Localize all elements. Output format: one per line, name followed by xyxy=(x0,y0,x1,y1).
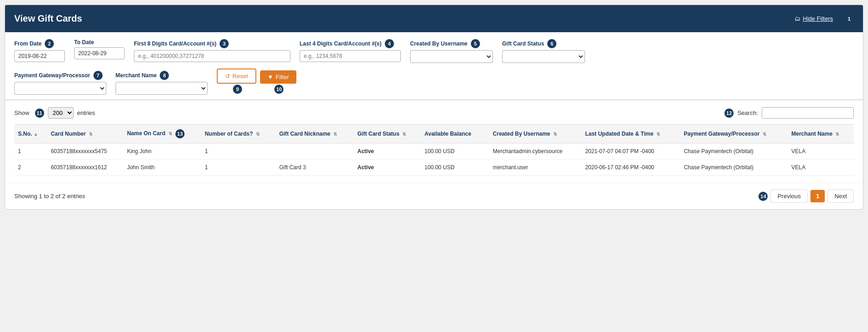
reset-label: Reset xyxy=(232,73,248,80)
merchant-name-select[interactable] xyxy=(116,82,208,95)
gift-cards-table: S.No.▲ 13 Card Number ⇅ Name On Card ⇅ 1… xyxy=(14,124,854,176)
search-box: 12 Search: xyxy=(723,107,854,119)
table-controls: Show 11 10 25 50 100 200 entries 12 Sear… xyxy=(14,107,854,119)
cell-payment-gateway: Chase Paymentech (Orbital) xyxy=(680,143,788,160)
badge-3: 3 xyxy=(220,39,229,48)
cell-last-updated: 2021-07-07 04:07 PM -0400 xyxy=(581,143,680,160)
cell-merchant-name: VELA xyxy=(787,160,854,176)
search-input[interactable] xyxy=(762,107,854,119)
pagination-area: Showing 1 to 2 of 2 entries 14 Previous … xyxy=(5,183,863,209)
pagination-controls: 14 Previous 1 Next xyxy=(757,189,854,203)
badge-5: 5 xyxy=(471,39,480,48)
gift-card-status-select[interactable] xyxy=(502,50,585,63)
cell-balance: 100.00 USD xyxy=(421,160,489,176)
cell-card-number: 60357188xxxxxxx5475 xyxy=(47,143,123,160)
filter-icon: 🗂 xyxy=(794,15,800,22)
badge-13-vis: 13 xyxy=(175,129,185,138)
next-button[interactable]: Next xyxy=(827,189,854,203)
col-status[interactable]: Gift Card Status ⇅ xyxy=(353,125,421,143)
cell-merchant-name: VELA xyxy=(787,143,854,160)
showing-text: Showing 1 to 2 of 2 entries xyxy=(14,193,85,200)
created-by-label: Created By Username xyxy=(410,40,468,47)
cell-payment-gateway: Chase Paymentech (Orbital) xyxy=(680,160,788,176)
cell-balance: 100.00 USD xyxy=(421,143,489,160)
cell-card-number: 60357188xxxxxxx1612 xyxy=(47,160,123,176)
filter-icon-btn: ▼ xyxy=(267,74,273,80)
badge-10: 10 xyxy=(274,85,284,94)
col-num-cards[interactable]: Number of Cards? ⇅ xyxy=(201,125,276,143)
show-label: Show xyxy=(14,109,29,116)
created-by-select[interactable] xyxy=(410,50,493,63)
cell-created-by: Merchantadmin.cybersource xyxy=(489,143,582,160)
cell-name-on-card: John Smith xyxy=(123,160,201,176)
payment-gateway-label: Payment Gateway/Processor xyxy=(14,72,90,79)
cell-sno: 1 xyxy=(14,143,47,160)
first8-label: First 8 Digits Card/Account #(s) xyxy=(134,40,216,47)
merchant-name-label: Merchant Name xyxy=(116,72,156,79)
badge-6: 6 xyxy=(547,39,556,48)
first8-input[interactable] xyxy=(134,50,290,62)
previous-button[interactable]: Previous xyxy=(770,189,808,203)
page-header: View Gift Cards 🗂 Hide Filters 1 xyxy=(5,5,863,32)
filter-area: From Date 2 To Date First 8 Digits Card/… xyxy=(5,32,863,100)
badge-1: 1 xyxy=(845,14,854,23)
col-payment-gateway[interactable]: Payment Gateway/Processor ⇅ xyxy=(680,125,788,143)
badge-7: 7 xyxy=(93,71,103,80)
col-merchant-name[interactable]: Merchant Name ⇅ xyxy=(787,125,854,143)
badge-2: 2 xyxy=(45,39,54,48)
created-by-group: Created By Username 5 xyxy=(410,39,493,63)
reset-button[interactable]: ↺ Reset xyxy=(217,69,256,84)
table-row: 2 60357188xxxxxxx1612 John Smith 1 Gift … xyxy=(14,160,854,176)
last4-label: Last 4 Digits Card/Account #(s) xyxy=(300,40,382,47)
badge-8: 8 xyxy=(160,71,169,80)
badge-12: 12 xyxy=(724,109,734,118)
to-date-group: To Date xyxy=(74,39,125,59)
cell-created-by: merchant.user xyxy=(489,160,582,176)
payment-gateway-select[interactable] xyxy=(14,82,106,95)
col-last-updated[interactable]: Last Updated Date & Time ⇅ xyxy=(581,125,680,143)
hide-filters-link[interactable]: Hide Filters xyxy=(803,15,833,22)
page-1-button[interactable]: 1 xyxy=(810,190,825,202)
entries-label: entries xyxy=(77,109,95,116)
search-label: Search: xyxy=(737,109,758,116)
col-created-by[interactable]: Created By Username ⇅ xyxy=(489,125,582,143)
col-nickname[interactable]: Gift Card Nickname ⇅ xyxy=(276,125,354,143)
badge-9: 9 xyxy=(233,85,242,94)
cell-num-cards: 1 xyxy=(201,160,276,176)
page-title: View Gift Cards xyxy=(14,13,82,24)
col-sno[interactable]: S.No.▲ 13 xyxy=(14,125,47,143)
gift-card-status-group: Gift Card Status 6 xyxy=(502,39,585,63)
filter-buttons: ↺ Reset 9 ▼ Filter 10 xyxy=(217,69,296,95)
table-row: 1 60357188xxxxxxx5475 King John 1 Active… xyxy=(14,143,854,160)
filter-label: Filter xyxy=(276,74,289,80)
cell-nickname xyxy=(276,143,354,160)
reset-icon: ↺ xyxy=(225,73,230,80)
col-name-on-card[interactable]: Name On Card ⇅ 13 xyxy=(123,125,201,143)
cell-status: Active xyxy=(353,160,421,176)
merchant-name-group: Merchant Name 8 xyxy=(116,71,208,95)
entries-select[interactable]: 10 25 50 100 200 xyxy=(48,107,74,119)
to-date-label: To Date xyxy=(74,39,125,46)
from-date-group: From Date 2 xyxy=(14,39,65,62)
from-date-label: From Date xyxy=(14,40,41,47)
badge-11: 11 xyxy=(35,109,44,118)
cell-num-cards: 1 xyxy=(201,143,276,160)
last4-input[interactable] xyxy=(300,50,401,62)
from-date-input[interactable] xyxy=(14,50,65,62)
cell-name-on-card: King John xyxy=(123,143,201,160)
payment-gateway-group: Payment Gateway/Processor 7 xyxy=(14,71,106,95)
first8-group: First 8 Digits Card/Account #(s) 3 xyxy=(134,39,290,62)
badge-4: 4 xyxy=(385,39,394,48)
to-date-input[interactable] xyxy=(74,47,125,59)
badge-14: 14 xyxy=(758,192,768,201)
cell-nickname: Gift Card 3 xyxy=(276,160,354,176)
col-balance[interactable]: Available Balance xyxy=(421,125,489,143)
cell-sno: 2 xyxy=(14,160,47,176)
table-area: Show 11 10 25 50 100 200 entries 12 Sear… xyxy=(5,100,863,183)
cell-status: Active xyxy=(353,143,421,160)
show-entries: Show 11 10 25 50 100 200 entries xyxy=(14,107,95,119)
filter-button[interactable]: ▼ Filter xyxy=(260,70,296,84)
cell-last-updated: 2020-06-17 02:46 PM -0400 xyxy=(581,160,680,176)
gift-card-status-label: Gift Card Status xyxy=(502,40,544,47)
col-card-number[interactable]: Card Number ⇅ xyxy=(47,125,123,143)
